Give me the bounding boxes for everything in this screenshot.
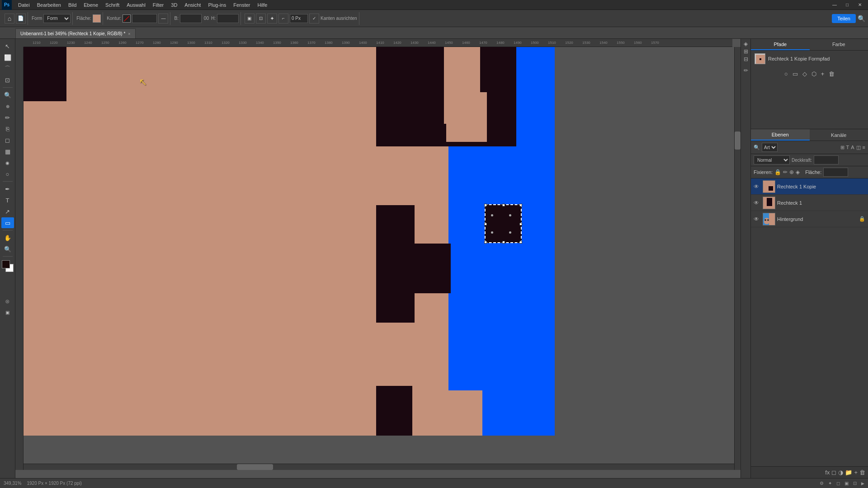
text-tool[interactable]: T [1, 195, 14, 206]
canvas-wrapper[interactable]: ↖ [24, 47, 741, 470]
delete-layer-btn[interactable]: 🗑 [859, 469, 865, 476]
width-input[interactable]: 29 Px [180, 14, 202, 23]
eyedropper-tool[interactable]: 🔍 [1, 89, 14, 100]
foreground-color[interactable] [2, 260, 10, 268]
menu-plugins[interactable]: Plug-ins [204, 1, 230, 9]
lasso-tool[interactable]: ⌒ [1, 63, 14, 74]
align-center-btn[interactable]: ⊡ [256, 14, 266, 23]
menu-3d[interactable]: 3D [167, 1, 181, 9]
status-icon-2[interactable]: ✦ [828, 481, 832, 486]
menu-filter[interactable]: Filter [149, 1, 167, 9]
move-tool[interactable]: ↖ [1, 41, 14, 52]
kontur-size-input[interactable]: 11,48 Px [132, 14, 157, 23]
fill-input[interactable]: 100% [823, 168, 848, 177]
hand-tool[interactable]: ✋ [1, 232, 14, 243]
flaeche-swatch[interactable] [93, 14, 101, 23]
layer-row[interactable]: 👁 Rechteck 1 [751, 195, 868, 211]
menu-bild[interactable]: Bild [65, 1, 80, 9]
layer-eye-icon[interactable]: 👁 [754, 200, 761, 206]
shape-tool[interactable]: ▭ [1, 217, 14, 228]
tab-farbe[interactable]: Farbe [810, 39, 868, 50]
close-button[interactable]: ✕ [854, 0, 866, 10]
path-icon-circle[interactable]: ○ [784, 70, 788, 77]
spot-heal-tool[interactable]: ⊕ [1, 101, 14, 112]
minimize-button[interactable]: — [828, 0, 841, 10]
path-icon-hexagon[interactable]: ⬡ [811, 70, 816, 77]
status-icon-4[interactable]: ▣ [844, 481, 849, 486]
panel-icon-2[interactable]: ⊞ [744, 48, 748, 55]
menu-ansicht[interactable]: Ansicht [181, 1, 204, 9]
menu-auswahl[interactable]: Auswahl [123, 1, 149, 9]
opacity-input[interactable]: 100% [814, 155, 839, 164]
document-tab[interactable]: Unbenannt-1 bei 349% (Rechteck 1 Kopie, … [15, 28, 136, 38]
menu-schrift[interactable]: Schrift [102, 1, 123, 9]
adjustment-btn[interactable]: ◑ [838, 469, 843, 476]
brush-tool[interactable]: ✏ [1, 112, 14, 123]
path-select-tool[interactable]: ↗ [1, 206, 14, 217]
layers-options-2[interactable]: T [846, 145, 849, 150]
eraser-tool[interactable]: ◻ [1, 135, 14, 145]
path-icon-delete[interactable]: 🗑 [829, 70, 835, 77]
layer-lock-icon[interactable]: 🔒 [859, 216, 865, 222]
pen-tool[interactable]: ✒ [1, 183, 14, 194]
panel-icon-1[interactable]: ◈ [744, 41, 748, 47]
path-icon-rounded[interactable]: ▭ [793, 70, 798, 77]
freeze-icon-1[interactable]: 🔒 [774, 169, 781, 175]
group-btn[interactable]: 📁 [845, 469, 852, 476]
layer-row[interactable]: 👁 Hintergrund 🔒 [751, 211, 868, 227]
freeze-icon-4[interactable]: ◈ [796, 169, 800, 175]
screen-mode-btn[interactable]: ▣ [1, 307, 14, 318]
new-doc-icon[interactable]: 📄 [16, 14, 26, 23]
menu-datei[interactable]: Datei [14, 1, 33, 9]
gradient-tool[interactable]: ▦ [1, 146, 14, 157]
vertical-scrollbar[interactable] [734, 47, 741, 470]
tab-kanaele[interactable]: Kanäle [810, 129, 868, 141]
kanten-check[interactable]: ✓ [309, 14, 319, 23]
menu-hilfe[interactable]: Hilfe [254, 1, 271, 9]
warp-btn[interactable]: ✦ [267, 14, 277, 23]
menu-bearbeiten[interactable]: Bearbeiten [33, 1, 65, 9]
zoom-level[interactable]: 349,31% [4, 481, 21, 486]
tab-pfade[interactable]: Pfade [751, 39, 810, 50]
search-icon-top[interactable]: 🔍 [858, 15, 865, 22]
tab-close-icon[interactable]: × [128, 32, 130, 36]
layers-options-4[interactable]: ◫ [856, 145, 861, 150]
form-select[interactable]: Form [43, 14, 71, 23]
layer-eye-icon[interactable]: 👁 [754, 216, 761, 222]
horizontal-scrollbar[interactable] [24, 464, 734, 470]
app-logo[interactable]: Ps [2, 0, 12, 10]
kontur-swatch[interactable] [123, 14, 131, 23]
corner-btn[interactable]: ⌐ [278, 14, 288, 23]
menu-fenster[interactable]: Fenster [230, 1, 254, 9]
tab-ebenen[interactable]: Ebenen [751, 129, 810, 141]
freeze-icon-3[interactable]: ⊕ [789, 169, 794, 175]
new-layer-btn[interactable]: + [854, 469, 858, 476]
layer-type-select[interactable]: Art [762, 143, 778, 152]
kontur-style-btn[interactable]: — [158, 14, 168, 23]
layers-options-3[interactable]: A [851, 145, 854, 150]
share-button[interactable]: Teilen [832, 14, 856, 23]
radius-input-field[interactable]: 0 Px [290, 14, 308, 23]
blend-mode-select[interactable]: Normal [754, 155, 790, 164]
align-left-btn[interactable]: ▣ [245, 14, 255, 23]
panel-icon-3[interactable]: ⊟ [744, 56, 748, 62]
zoom-tool[interactable]: 🔍 [1, 244, 14, 254]
status-icon-1[interactable]: ⚙ [820, 481, 824, 486]
selection-tool[interactable]: ⬜ [1, 52, 14, 63]
blur-tool[interactable]: ◉ [1, 157, 14, 168]
status-icon-5[interactable]: ⊡ [853, 481, 857, 486]
dodge-tool[interactable]: ○ [1, 169, 14, 179]
clone-tool[interactable]: ⎘ [1, 123, 14, 134]
crop-tool[interactable]: ⊡ [1, 75, 14, 85]
maximize-button[interactable]: □ [841, 0, 854, 10]
height-input[interactable]: 29 Px [217, 14, 239, 23]
panel-icon-brush[interactable]: ✏ [744, 67, 748, 74]
layers-options-5[interactable]: ≡ [863, 145, 865, 150]
quick-mask-btn[interactable]: ◎ [1, 296, 14, 306]
layers-options-1[interactable]: ⊞ [840, 145, 844, 150]
selected-shape[interactable] [485, 204, 522, 243]
add-mask-btn[interactable]: ◻ [831, 469, 836, 476]
layer-row[interactable]: 👁 Rechteck 1 Kopie [751, 178, 868, 195]
status-icon-3[interactable]: ◻ [836, 481, 840, 486]
path-icon-new[interactable]: + [821, 70, 825, 77]
